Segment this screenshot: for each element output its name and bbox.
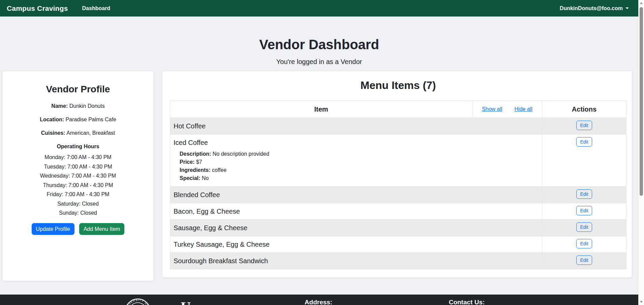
hide-all-link[interactable]: Hide all (515, 106, 532, 112)
university-wordmark: U (181, 299, 191, 305)
menu-item-cell[interactable]: Iced CoffeeDescription: No description p… (170, 134, 542, 187)
menu-item-actions-cell: Edit (542, 220, 626, 236)
edit-button[interactable]: Edit (576, 137, 592, 147)
svg-text:UNIVERSITY OF H: UNIVERSITY OF H (125, 299, 151, 305)
actions-column-header: Actions (542, 101, 626, 118)
menu-item-actions-cell: Edit (542, 134, 626, 187)
menu-items-table: Item Show all Hide all Actions Hot Coffe… (170, 100, 626, 269)
menu-item-row: Hot CoffeeEdit (170, 118, 626, 134)
menu-item-row: Sourdough Breakfast SandwichEdit (170, 253, 626, 269)
menu-item-actions-cell: Edit (542, 187, 626, 203)
menu-item-name[interactable]: Sourdough Breakfast Sandwich (174, 256, 539, 266)
profile-field: Cuisines: American, Breakfast (3, 129, 153, 137)
menu-item-cell[interactable]: Sausage, Egg & Cheese (170, 220, 542, 236)
menu-item-name[interactable]: Sausage, Egg & Cheese (174, 223, 539, 233)
edit-button[interactable]: Edit (576, 222, 592, 232)
top-navbar: Campus Cravings Dashboard DunkinDonuts@f… (0, 0, 644, 17)
menu-item-row: Iced CoffeeDescription: No description p… (170, 134, 626, 187)
show-all-link[interactable]: Show all (482, 106, 502, 112)
menu-item-actions-cell: Edit (542, 236, 626, 253)
menu-item-cell[interactable]: Bacon, Egg & Cheese (170, 203, 542, 220)
university-seal-logo: UNIVERSITY OF H (124, 298, 151, 305)
menu-item-name[interactable]: Iced Coffee (174, 138, 539, 148)
page-subtitle: You're logged in as a Vendor (0, 58, 638, 66)
operating-hours-line: Friday: 7:00 AM - 4:30 PM (3, 190, 153, 199)
menu-item-row: Bacon, Egg & CheeseEdit (170, 203, 626, 220)
edit-button[interactable]: Edit (576, 121, 592, 130)
footer-address-heading: Address: (292, 299, 345, 305)
item-column-header: Item (170, 101, 472, 118)
edit-button[interactable]: Edit (576, 239, 592, 248)
vertical-scrollbar[interactable] (638, 0, 644, 305)
menu-item-detail-line: Price: $7 (180, 158, 539, 166)
edit-button[interactable]: Edit (576, 255, 592, 265)
menu-items-heading: Menu Items (7) (170, 79, 626, 92)
menu-items-card: Menu Items (7) Item Show all Hide all Ac… (162, 71, 632, 278)
add-menu-item-button[interactable]: Add Menu Item (79, 223, 125, 235)
scrollbar-up-arrow-icon[interactable] (640, 2, 643, 4)
operating-hours-line: Wednesday: 7:00 AM - 4:30 PM (3, 171, 153, 181)
menu-item-name[interactable]: Blended Coffee (174, 190, 539, 200)
menu-item-cell[interactable]: Hot Coffee (170, 118, 542, 134)
profile-button-row: Update Profile Add Menu Item (3, 223, 153, 235)
expand-links-cell: Show all Hide all (472, 101, 542, 118)
menu-item-row: Blended CoffeeEdit (170, 187, 626, 203)
menu-item-detail-line: Description: No description provided (180, 150, 539, 158)
footer-contact-heading: Contact Us: (440, 299, 494, 305)
edit-button[interactable]: Edit (576, 206, 592, 215)
vendor-profile-fields: Name: Dunkin DonutsLocation: Paradise Pa… (3, 102, 153, 137)
operating-hours-line: Thursday: 7:00 AM - 4:30 PM (3, 181, 153, 190)
menu-item-row: Turkey Sausage, Egg & CheeseEdit (170, 236, 626, 253)
menu-item-actions-cell: Edit (542, 118, 626, 134)
vendor-profile-heading: Vendor Profile (3, 84, 153, 95)
user-account-dropdown[interactable]: DunkinDonuts@foo.com (560, 5, 629, 11)
scrollbar-thumb[interactable] (640, 7, 643, 196)
menu-item-cell[interactable]: Turkey Sausage, Egg & Cheese (170, 236, 542, 253)
menu-item-name[interactable]: Bacon, Egg & Cheese (174, 206, 539, 216)
chevron-down-icon (625, 7, 629, 9)
edit-button[interactable]: Edit (576, 189, 592, 199)
menu-item-row: Sausage, Egg & CheeseEdit (170, 220, 626, 236)
vendor-dashboard-page: Campus Cravings Dashboard DunkinDonuts@f… (0, 0, 644, 305)
operating-hours-heading: Operating Hours (3, 143, 153, 151)
operating-hours-line: Saturday: Closed (3, 199, 153, 209)
menu-item-detail-line: Special: No (180, 174, 539, 182)
nav-link-dashboard[interactable]: Dashboard (82, 5, 111, 11)
menu-item-details: Description: No description providedPric… (180, 150, 539, 182)
menu-item-name[interactable]: Hot Coffee (174, 121, 539, 131)
operating-hours-line: Sunday: Closed (3, 208, 153, 218)
operating-hours-list: Monday: 7:00 AM - 4:30 PMTuesday: 7:00 A… (3, 153, 153, 218)
brand-link[interactable]: Campus Cravings (7, 4, 68, 12)
profile-field: Name: Dunkin Donuts (3, 102, 153, 110)
profile-field: Location: Paradise Palms Cafe (3, 116, 153, 124)
menu-item-name[interactable]: Turkey Sausage, Egg & Cheese (174, 239, 539, 249)
page-title: Vendor Dashboard (0, 37, 638, 52)
menu-item-cell[interactable]: Blended Coffee (170, 187, 542, 203)
menu-item-detail-line: Ingredients: coffee (180, 166, 539, 174)
table-header-row: Item Show all Hide all Actions (170, 101, 626, 118)
update-profile-button[interactable]: Update Profile (32, 223, 74, 235)
menu-item-actions-cell: Edit (542, 203, 626, 220)
operating-hours-line: Tuesday: 7:00 AM - 4:30 PM (3, 162, 153, 172)
menu-item-actions-cell: Edit (542, 253, 626, 269)
menu-item-cell[interactable]: Sourdough Breakfast Sandwich (170, 253, 542, 269)
vendor-profile-card: Vendor Profile Name: Dunkin DonutsLocati… (2, 71, 154, 281)
operating-hours-line: Monday: 7:00 AM - 4:30 PM (3, 153, 153, 162)
page-footer: UNIVERSITY OF H U Address: Contact Us: (0, 295, 644, 305)
user-email-label: DunkinDonuts@foo.com (560, 5, 623, 11)
scrollbar-down-arrow-icon[interactable] (640, 301, 643, 303)
